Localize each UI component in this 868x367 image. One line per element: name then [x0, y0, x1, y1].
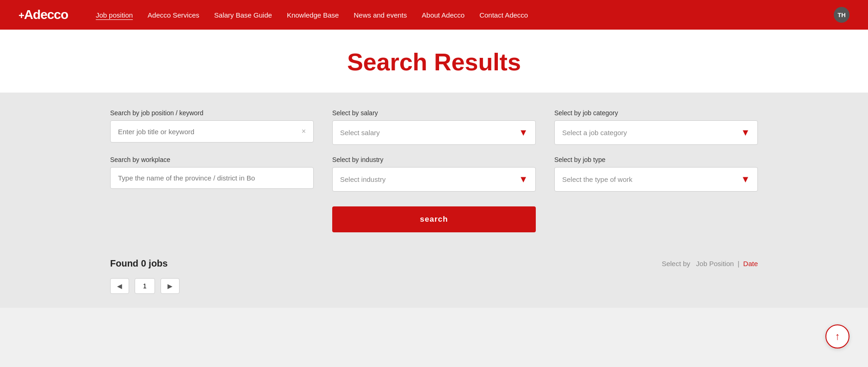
nav-job-position[interactable]: Job position: [96, 11, 133, 19]
logo[interactable]: +Adecco: [19, 7, 68, 22]
next-page-button[interactable]: ▶: [161, 278, 180, 294]
industry-chevron-icon: ▼: [519, 174, 528, 185]
pagination-row: ◀ ▶: [110, 278, 758, 294]
keyword-input-wrapper[interactable]: ×: [110, 120, 314, 143]
sort-label: Select by: [662, 260, 690, 267]
industry-field-group: Select by industry Select industry ▼: [332, 156, 536, 192]
workplace-input-wrapper[interactable]: [110, 167, 314, 189]
keyword-input[interactable]: [118, 128, 298, 136]
salary-field-group: Select by salary Select salary ▼: [332, 109, 536, 145]
logo-plus: +: [19, 10, 24, 21]
salary-label: Select by salary: [332, 109, 536, 117]
workplace-input[interactable]: [118, 174, 306, 182]
keyword-label: Search by job position / keyword: [110, 109, 314, 117]
industry-dropdown[interactable]: Select industry ▼: [332, 167, 536, 192]
industry-placeholder: Select industry: [340, 175, 385, 183]
navbar: +Adecco Job position Adecco Services Sal…: [0, 0, 868, 30]
workplace-label: Search by workplace: [110, 156, 314, 163]
results-count: Found 0 jobs: [110, 258, 167, 269]
job-type-chevron-icon: ▼: [741, 174, 750, 185]
job-category-placeholder: Select a job category: [562, 129, 627, 137]
nav-adecco-services[interactable]: Adecco Services: [148, 11, 199, 19]
page-title-section: Search Results: [0, 30, 868, 93]
prev-page-button[interactable]: ◀: [110, 278, 129, 294]
clear-keyword-icon[interactable]: ×: [302, 127, 306, 136]
results-section: Found 0 jobs Select by Job Position | Da…: [0, 249, 868, 308]
industry-label: Select by industry: [332, 156, 536, 163]
workplace-field-group: Search by workplace: [110, 156, 314, 192]
job-category-dropdown[interactable]: Select a job category ▼: [554, 120, 758, 145]
nav-knowledge-base[interactable]: Knowledge Base: [287, 11, 339, 19]
salary-dropdown[interactable]: Select salary ▼: [332, 120, 536, 145]
search-button[interactable]: search: [332, 206, 536, 232]
nav-contact[interactable]: Contact Adecco: [479, 11, 528, 19]
nav-links: Job position Adecco Services Salary Base…: [96, 11, 834, 19]
page-number-input[interactable]: [135, 278, 155, 294]
page-title: Search Results: [9, 48, 859, 76]
job-type-label: Select by job type: [554, 156, 758, 163]
job-category-label: Select by job category: [554, 109, 758, 117]
sort-by: Select by Job Position | Date: [662, 260, 758, 267]
search-btn-row: search: [332, 206, 536, 232]
sort-job-position[interactable]: Job Position: [696, 260, 734, 267]
sort-separator: |: [738, 260, 739, 267]
job-type-field-group: Select by job type Select the type of wo…: [554, 156, 758, 192]
nav-news-events[interactable]: News and events: [353, 11, 407, 19]
job-type-dropdown[interactable]: Select the type of work ▼: [554, 167, 758, 192]
nav-salary-guide[interactable]: Salary Base Guide: [214, 11, 272, 19]
job-type-placeholder: Select the type of work: [562, 175, 632, 183]
search-grid: Search by job position / keyword × Selec…: [110, 109, 758, 232]
salary-chevron-icon: ▼: [519, 127, 528, 138]
lang-switcher[interactable]: TH: [834, 7, 849, 23]
search-btn-spacer-left: [110, 203, 314, 232]
job-category-field-group: Select by job category Select a job cate…: [554, 109, 758, 145]
results-header: Found 0 jobs Select by Job Position | Da…: [110, 258, 758, 269]
sort-date[interactable]: Date: [743, 260, 758, 267]
keyword-field-group: Search by job position / keyword ×: [110, 109, 314, 145]
salary-placeholder: Select salary: [340, 129, 380, 137]
job-category-chevron-icon: ▼: [741, 127, 750, 138]
nav-about[interactable]: About Adecco: [422, 11, 465, 19]
search-btn-spacer-right: [554, 203, 758, 232]
search-section: Search by job position / keyword × Selec…: [0, 93, 868, 249]
